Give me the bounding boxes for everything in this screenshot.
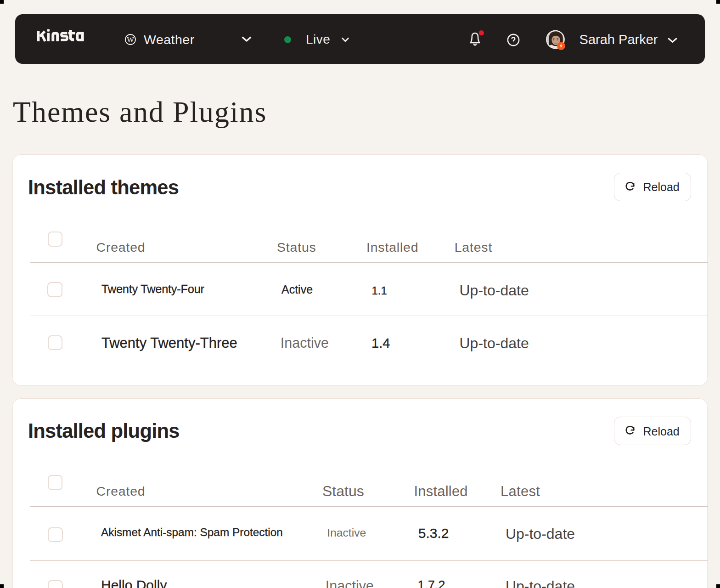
svg-text:W: W [127, 35, 134, 44]
